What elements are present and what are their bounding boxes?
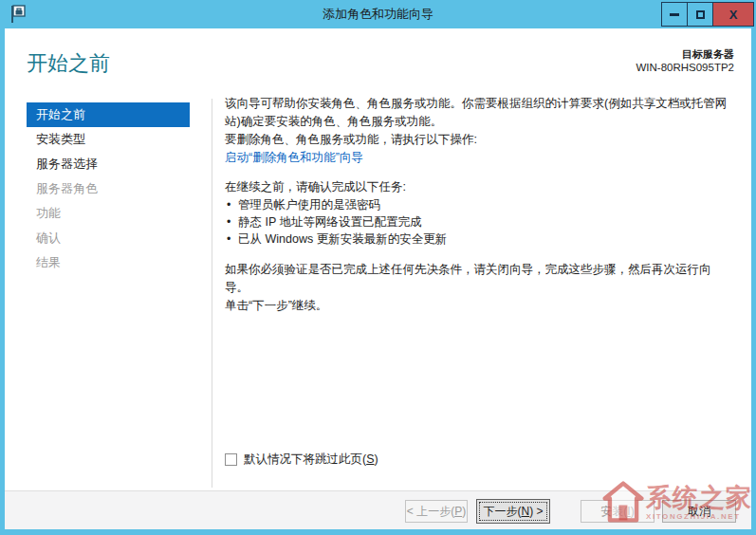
wizard-window: 添加角色和功能向导 X 开始之前 目标服务器 WIN-80RHS095TP2 开… xyxy=(0,0,756,535)
checkbox-label: 默认情况下将跳过此页(S) xyxy=(244,452,378,468)
maximize-button[interactable] xyxy=(687,2,712,27)
page-title: 开始之前 xyxy=(27,49,110,78)
sidebar-item-server-selection[interactable]: 服务器选择 xyxy=(27,152,190,176)
minimize-button[interactable] xyxy=(661,2,687,27)
window-title: 添加角色和功能向导 xyxy=(0,0,756,28)
remove-instruction: 要删除角色、角色服务或功能，请执行以下操作: xyxy=(225,131,728,149)
wizard-body: 开始之前 目标服务器 WIN-80RHS095TP2 开始之前 安装类型 服务器… xyxy=(5,28,751,529)
sidebar-item-results: 结果 xyxy=(27,250,190,275)
previous-button: < 上一步(P) xyxy=(405,500,468,523)
sidebar-item-server-roles: 服务器角色 xyxy=(27,176,190,201)
install-button: 安装(I) xyxy=(581,500,655,523)
next-button[interactable]: 下一步(N) > xyxy=(476,499,550,524)
checkbox-icon[interactable] xyxy=(225,453,237,466)
close-icon: X xyxy=(729,9,738,21)
wizard-footer: < 上一步(P) 下一步(N) > 安装(I) 取消 xyxy=(5,490,751,529)
sidebar-divider xyxy=(212,99,212,488)
sidebar-item-installation-type[interactable]: 安装类型 xyxy=(27,127,190,152)
verify-note: 如果你必须验证是否已完成上述任何先决条件，请关闭向导，完成这些步骤，然后再次运行… xyxy=(225,261,728,297)
page-content: 该向导可帮助你安装角色、角色服务或功能。你需要根据组织的计算要求(例如共享文档或… xyxy=(225,95,728,315)
target-server-info: 目标服务器 WIN-80RHS095TP2 xyxy=(636,47,734,74)
task-list: 管理员帐户使用的是强密码 静态 IP 地址等网络设置已配置完成 已从 Windo… xyxy=(225,196,728,248)
confirm-intro: 在继续之前，请确认完成以下任务: xyxy=(225,178,728,196)
task-item-static-ip: 静态 IP 地址等网络设置已配置完成 xyxy=(225,213,728,231)
sidebar-item-confirmation: 确认 xyxy=(27,226,190,250)
skip-page-checkbox[interactable]: 默认情况下将跳过此页(S) xyxy=(225,452,378,468)
minimize-icon xyxy=(670,13,679,16)
target-server-label: 目标服务器 xyxy=(636,47,734,61)
continue-note: 单击“下一步”继续。 xyxy=(225,297,728,315)
wizard-steps-sidebar: 开始之前 安装类型 服务器选择 服务器角色 功能 确认 结果 xyxy=(27,102,190,275)
task-item-windows-update: 已从 Windows 更新安装最新的安全更新 xyxy=(225,231,728,248)
sidebar-item-before-you-begin[interactable]: 开始之前 xyxy=(27,102,190,127)
intro-paragraph: 该向导可帮助你安装角色、角色服务或功能。你需要根据组织的计算要求(例如共享文档或… xyxy=(225,95,728,131)
sidebar-item-features: 功能 xyxy=(27,201,190,226)
close-button[interactable]: X xyxy=(712,2,754,27)
maximize-icon xyxy=(696,10,705,19)
task-item-strong-password: 管理员帐户使用的是强密码 xyxy=(225,196,728,213)
remove-roles-wizard-link[interactable]: 启动“删除角色和功能”向导 xyxy=(225,149,728,167)
target-server-name: WIN-80RHS095TP2 xyxy=(636,61,734,74)
titlebar: 添加角色和功能向导 X xyxy=(0,0,756,28)
cancel-button[interactable]: 取消 xyxy=(662,500,736,523)
